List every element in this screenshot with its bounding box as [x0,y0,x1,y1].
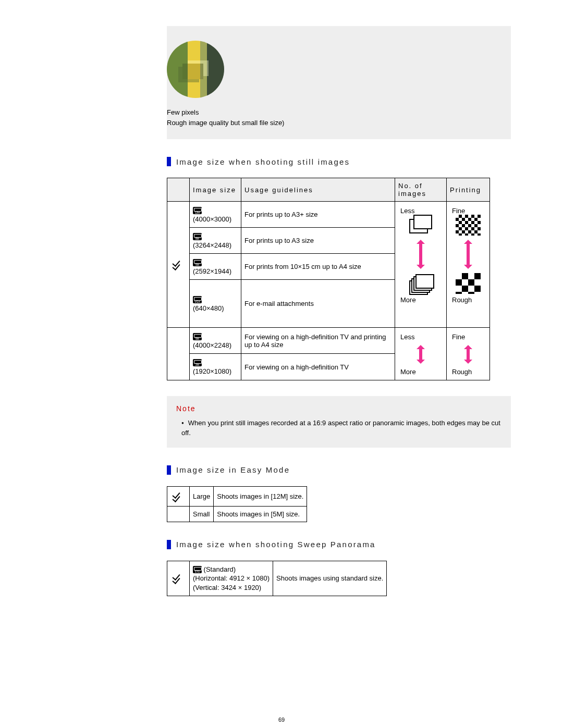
few-pixels-caption: Rough image quality but small file size) [167,118,501,128]
header-blank [167,178,190,202]
size-cell: (3264×2448) [190,228,241,254]
size-cell: (4000×3000) [190,202,241,228]
size-badge-icon [193,233,202,240]
header-printing: Printing [447,178,490,202]
usage-cell: For prints up to A3 size [241,228,395,254]
page-number: 69 [0,717,563,723]
section-title: Image size in Easy Mode [176,465,290,474]
easy-mode-table: Large Shoots images in [12M] size. Small… [167,486,307,522]
section-title: Image size when shooting still images [176,157,350,166]
panorama-table: (Standard) (Horizontal: 4912 × 1080) (Ve… [167,561,387,597]
resolution: (4000×3000) [193,215,231,223]
table-row: (4000×2248) For viewing on a high-defini… [167,328,490,354]
blank-cell [167,506,190,522]
resolution: (4000×2248) [193,341,231,349]
size-desc: Shoots images in [12M] size. [214,486,307,506]
section-bar-icon [167,157,171,166]
size-badge-icon [193,333,202,340]
size-badge-icon [193,359,202,366]
table-header-row: Image size Usage guidelines No. of image… [167,178,490,202]
size-desc: Shoots images in [5M] size. [214,506,307,522]
size-cell: (640×480) [190,280,241,328]
blank-cell [167,328,190,380]
table-row: Large Shoots images in [12M] size. [167,486,307,506]
standard-label: (Standard) [202,565,236,573]
size-cell: (4000×2248) [190,328,241,354]
photos-many-icon [409,273,432,294]
resolution: (3264×2448) [193,241,231,249]
default-check-cell [167,561,190,596]
more-label: More [400,296,441,304]
header-num-images: No. of images [395,178,447,202]
default-check-cell [167,202,190,328]
printing-cell: Fine Rough [447,328,490,380]
rough-label: Rough [452,296,484,304]
size-cell: (2592×1944) [190,254,241,280]
pixel-example-box: Few pixels Rough image quality but small… [167,26,511,139]
still-image-size-table: Image size Usage guidelines No. of image… [167,178,490,380]
usage-cell: For viewing on a high-definition TV [241,354,395,380]
checker-fine-icon [456,215,481,236]
header-usage: Usage guidelines [241,178,395,202]
arrow-icon [465,239,471,270]
size-label: Small [190,506,214,522]
pixelated-image-icon [167,41,224,98]
note-body: When you print still images recorded at … [176,418,501,438]
less-label: Less [400,333,441,341]
check-icon [173,572,184,583]
fine-label: Fine [452,333,484,341]
size-label: Large [190,486,214,506]
section-title: Image size when shooting Sweep Panorama [176,540,376,549]
size-badge-icon [193,207,202,214]
section-bar-icon [167,540,171,549]
printing-cell: Fine Rough [447,202,490,328]
size-badge-icon [193,566,202,573]
content-area: Few pixels Rough image quality but small… [0,0,563,617]
rough-label: Rough [452,368,484,376]
default-check-cell [167,486,190,506]
size-badge-icon [193,296,202,303]
note-box: Note When you print still images recorde… [167,396,511,448]
fine-label: Fine [452,207,484,215]
usage-cell: For prints from 10×15 cm up to A4 size [241,254,395,280]
section-bar-icon [167,465,171,475]
arrow-icon [418,344,424,365]
less-label: Less [400,207,441,215]
vertical-res: (Vertical: 3424 × 1920) [193,584,261,591]
num-images-cell: Less More [395,202,447,328]
more-label: More [400,368,441,376]
resolution: (1920×1080) [193,367,231,375]
note-heading: Note [176,404,501,413]
table-row: (4000×3000) For prints up to A3+ size Le… [167,202,490,228]
section-header-still-images: Image size when shooting still images [167,157,511,166]
resolution: (2592×1944) [193,267,231,275]
horizontal-res: (Horizontal: 4912 × 1080) [193,574,270,582]
size-cell: (1920×1080) [190,354,241,380]
few-pixels-label: Few pixels [167,107,501,118]
check-icon [173,490,184,501]
check-icon [173,258,184,269]
usage-cell: For viewing on a high-definition TV and … [241,328,395,354]
page: Few pixels Rough image quality but small… [0,0,563,728]
table-row: Small Shoots images in [5M] size. [167,506,307,522]
table-row: (Standard) (Horizontal: 4912 × 1080) (Ve… [167,561,387,596]
arrow-icon [465,344,471,365]
size-desc: Shoots images using standard size. [273,561,387,596]
resolution: (640×480) [193,304,224,312]
size-cell: (Standard) (Horizontal: 4912 × 1080) (Ve… [190,561,273,596]
usage-cell: For prints up to A3+ size [241,202,395,228]
checker-rough-icon [456,273,481,294]
section-header-sweep-panorama: Image size when shooting Sweep Panorama [167,540,511,549]
size-badge-icon [193,259,202,266]
section-header-easy-mode: Image size in Easy Mode [167,465,511,475]
arrow-icon [418,239,424,270]
header-image-size: Image size [190,178,241,202]
usage-cell: For e-mail attachments [241,280,395,328]
photos-few-icon [409,215,432,236]
num-images-cell: Less More [395,328,447,380]
